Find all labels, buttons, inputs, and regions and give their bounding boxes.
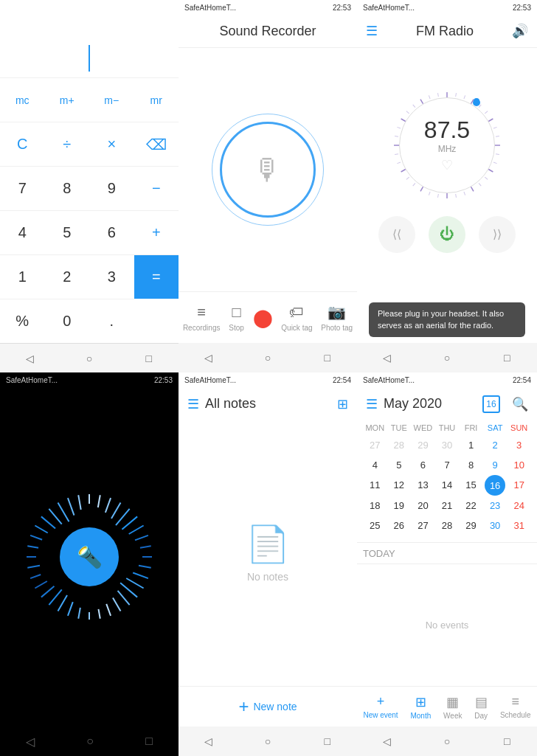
volume-icon[interactable]: 🔊 <box>512 23 528 39</box>
nav-back-rec[interactable]: ◁ <box>197 350 219 365</box>
cal-day-30-prev[interactable]: 30 <box>435 435 460 455</box>
calc-8[interactable]: 8 <box>45 166 90 210</box>
cal-day-14[interactable]: 14 <box>435 475 460 496</box>
cal-day-28[interactable]: 28 <box>435 516 460 535</box>
calc-0[interactable]: 0 <box>45 299 90 343</box>
cal-menu-icon[interactable]: ☰ <box>366 396 378 412</box>
calc-9[interactable]: 9 <box>89 166 134 210</box>
calc-1[interactable]: 1 <box>0 254 45 299</box>
cal-day-23[interactable]: 23 <box>483 496 507 516</box>
nav-back-cal[interactable]: ◁ <box>376 734 398 749</box>
calc-plus[interactable]: + <box>134 210 179 254</box>
nav-recent-notes[interactable]: □ <box>316 734 339 749</box>
cal-day-tab[interactable]: ▤ Day <box>474 694 488 720</box>
cal-day-31[interactable]: 31 <box>507 516 531 535</box>
nav-recent-cal[interactable]: □ <box>496 734 518 749</box>
nav-back-notes[interactable]: ◁ <box>197 734 219 749</box>
cal-day-6[interactable]: 6 <box>411 455 435 475</box>
cal-day-29-prev[interactable]: 29 <box>411 435 435 455</box>
cal-day-27[interactable]: 27 <box>411 516 435 535</box>
calc-3[interactable]: 3 <box>89 254 134 299</box>
cal-day-3[interactable]: 3 <box>507 435 531 455</box>
photo-tag-button[interactable]: 📷 Photo tag <box>321 303 353 332</box>
cal-day-6-next[interactable]: 6 <box>483 535 507 542</box>
cal-day-19[interactable]: 19 <box>387 496 412 516</box>
nav-home-cal[interactable]: ○ <box>436 734 458 749</box>
calc-6[interactable]: 6 <box>89 210 134 254</box>
nav-recent[interactable]: □ <box>138 351 160 366</box>
cal-new-event-button[interactable]: + New event <box>363 694 398 719</box>
cal-week-tab[interactable]: ▦ Week <box>443 694 462 720</box>
cal-day-25[interactable]: 25 <box>363 516 387 535</box>
nav-home[interactable]: ○ <box>78 351 100 366</box>
calc-equals[interactable]: = <box>134 254 179 299</box>
radio-next-button[interactable]: ⟩⟩ <box>479 216 516 253</box>
nav-recent-rec[interactable]: □ <box>316 350 339 365</box>
cal-day-16-today[interactable]: 16 <box>485 475 505 496</box>
cal-day-15[interactable]: 15 <box>459 475 483 496</box>
radio-power-button[interactable]: ⏻ <box>429 216 465 253</box>
calc-mp[interactable]: m+ <box>45 77 90 122</box>
nav-home-rec[interactable]: ○ <box>257 350 279 365</box>
nav-home-radio[interactable]: ○ <box>436 350 458 365</box>
cal-day-7[interactable]: 7 <box>435 455 460 475</box>
radio-dial[interactable]: 87.5 MHz ♡ <box>388 86 506 204</box>
calc-dot[interactable]: . <box>89 299 134 343</box>
calc-multiply[interactable]: × <box>89 122 134 166</box>
cal-day-1-next[interactable]: 1 <box>363 535 387 542</box>
mic-button[interactable]: 🎙 <box>220 122 316 218</box>
stop-button[interactable]: □ Stop <box>229 304 244 332</box>
cal-day-29[interactable]: 29 <box>459 516 483 535</box>
cal-day-2[interactable]: 2 <box>483 435 507 455</box>
cal-day-30[interactable]: 30 <box>483 516 507 535</box>
cal-day-11[interactable]: 11 <box>363 475 387 496</box>
calc-clear[interactable]: C <box>0 122 45 166</box>
cal-day-26[interactable]: 26 <box>387 516 412 535</box>
cal-day-22[interactable]: 22 <box>459 496 483 516</box>
cal-day-5[interactable]: 5 <box>387 455 412 475</box>
calc-mr[interactable]: mr <box>134 77 179 122</box>
calc-2[interactable]: 2 <box>45 254 90 299</box>
nav-back-radio[interactable]: ◁ <box>376 350 398 365</box>
cal-day-4-next[interactable]: 4 <box>435 535 460 542</box>
radio-prev-button[interactable]: ⟨⟨ <box>378 216 415 253</box>
cal-day-20[interactable]: 20 <box>411 496 435 516</box>
cal-schedule-tab[interactable]: ≡ Schedule <box>500 694 531 719</box>
cal-day-10[interactable]: 10 <box>507 455 531 475</box>
cal-day-24[interactable]: 24 <box>507 496 531 516</box>
cal-day-13[interactable]: 13 <box>411 475 435 496</box>
calc-divide[interactable]: ÷ <box>45 122 90 166</box>
notes-menu-icon[interactable]: ☰ <box>187 396 199 412</box>
record-button[interactable]: ⬤ <box>253 308 273 328</box>
nav-recent-flash[interactable]: □ <box>145 735 153 748</box>
calc-backspace[interactable]: ⌫ <box>134 122 179 166</box>
cal-day-1[interactable]: 1 <box>459 435 483 455</box>
cal-day-8[interactable]: 8 <box>459 455 483 475</box>
nav-recent-radio[interactable]: □ <box>496 350 518 365</box>
flashlight-button[interactable]: 🔦 <box>60 527 119 586</box>
calc-percent[interactable]: % <box>0 299 45 343</box>
cal-day-27-prev[interactable]: 27 <box>363 435 387 455</box>
cal-grid-icon[interactable]: 16 <box>482 395 500 413</box>
cal-day-4[interactable]: 4 <box>363 455 387 475</box>
calc-4[interactable]: 4 <box>0 210 45 254</box>
quick-tag-button[interactable]: 🏷 Quick tag <box>281 304 312 332</box>
cal-day-7-next[interactable]: 7 <box>507 535 531 542</box>
cal-day-5-next[interactable]: 5 <box>459 535 483 542</box>
recordings-button[interactable]: ≡ Recordings <box>183 304 221 332</box>
calc-7[interactable]: 7 <box>0 166 45 210</box>
cal-day-18[interactable]: 18 <box>363 496 387 516</box>
cal-day-9[interactable]: 9 <box>483 455 507 475</box>
menu-icon[interactable]: ☰ <box>366 23 378 39</box>
cal-day-28-prev[interactable]: 28 <box>387 435 412 455</box>
nav-back-flash[interactable]: ◁ <box>26 735 35 749</box>
cal-day-21[interactable]: 21 <box>435 496 460 516</box>
calc-minus[interactable]: − <box>134 166 179 210</box>
cal-day-3-next[interactable]: 3 <box>411 535 435 542</box>
cal-search-icon[interactable]: 🔍 <box>512 396 528 412</box>
cal-month-tab[interactable]: ⊞ Month <box>410 694 431 720</box>
nav-back[interactable]: ◁ <box>18 351 41 366</box>
cal-day-2-next[interactable]: 2 <box>387 535 412 542</box>
notes-grid-icon[interactable]: ⊞ <box>337 396 348 412</box>
cal-day-17[interactable]: 17 <box>507 475 531 496</box>
